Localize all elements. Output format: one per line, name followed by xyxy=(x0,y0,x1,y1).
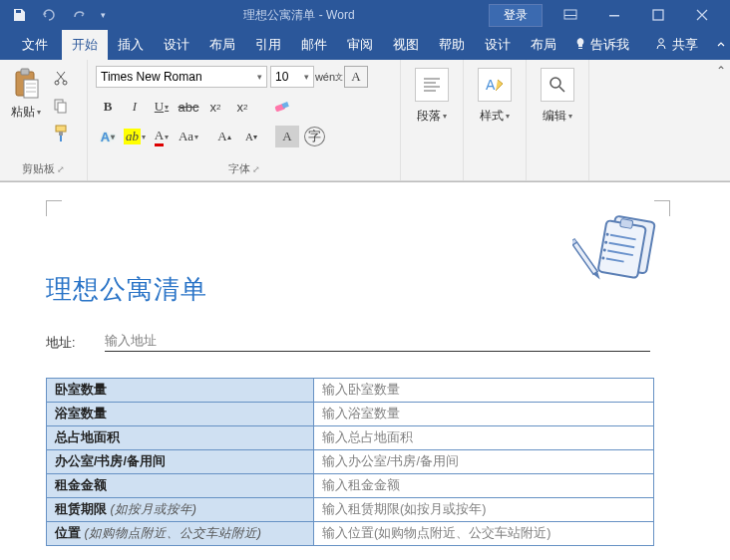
row-label[interactable]: 卧室数量 xyxy=(47,379,314,403)
address-field[interactable]: 输入地址 xyxy=(105,333,650,352)
strikethrough-button[interactable]: abc xyxy=(177,96,200,118)
tab-help[interactable]: 帮助 xyxy=(429,30,475,60)
redo-icon[interactable] xyxy=(66,3,92,27)
lightbulb-icon xyxy=(574,37,586,54)
row-value[interactable]: 输入办公室/书房/备用间 xyxy=(314,450,654,474)
row-label[interactable]: 浴室数量 xyxy=(47,403,314,426)
row-label[interactable]: 办公室/书房/备用间 xyxy=(47,450,314,474)
cut-icon[interactable] xyxy=(50,68,72,88)
underline-button[interactable]: U▾ xyxy=(150,96,174,118)
phonetic-guide-icon[interactable]: wén文 xyxy=(317,66,341,88)
font-size-selector[interactable]: 10▾ xyxy=(270,66,314,88)
row-label[interactable]: 总占地面积 xyxy=(47,426,314,450)
table-row: 位置 (如购物点附近、公交车站附近)输入位置(如购物点附近、公交车站附近) xyxy=(47,522,654,546)
row-label[interactable]: 租赁期限 (如按月或按年) xyxy=(47,498,314,522)
svg-rect-0 xyxy=(564,10,576,19)
address-label: 地址: xyxy=(46,335,75,352)
tab-file[interactable]: 文件 xyxy=(8,30,62,60)
table-row: 总占地面积输入总占地面积 xyxy=(47,426,654,450)
font-group-label: 字体 xyxy=(228,161,250,176)
row-label[interactable]: 租金金额 xyxy=(47,474,314,498)
table-row: 卧室数量输入卧室数量 xyxy=(47,379,654,403)
row-value[interactable]: 输入总占地面积 xyxy=(314,426,654,450)
tab-references[interactable]: 引用 xyxy=(245,30,291,60)
svg-point-4 xyxy=(659,38,664,43)
italic-button[interactable]: I xyxy=(123,96,147,118)
svg-rect-16 xyxy=(59,132,63,136)
tab-table-design[interactable]: 设计 xyxy=(475,30,521,60)
subscript-button[interactable]: x2 xyxy=(203,96,227,118)
tab-view[interactable]: 视图 xyxy=(383,30,429,60)
font-size-value: 10 xyxy=(275,70,288,84)
document-area[interactable]: 理想公寓清单 地址: 输入地址 卧室数量输入卧室数量 浴室数量输入浴室数量 总占… xyxy=(0,181,730,560)
font-name-selector[interactable]: Times New Roman▾ xyxy=(96,66,267,88)
copy-icon[interactable] xyxy=(50,96,72,116)
tab-design[interactable]: 设计 xyxy=(154,30,199,60)
paragraph-icon xyxy=(415,68,449,102)
table-row: 租赁期限 (如按月或按年)输入租赁期限(如按月或按年) xyxy=(47,498,654,522)
ribbon-options-icon[interactable] xyxy=(548,1,592,29)
share-label: 共享 xyxy=(672,36,698,54)
tab-insert[interactable]: 插入 xyxy=(108,30,154,60)
enclose-characters-icon[interactable]: 字 xyxy=(302,126,326,147)
login-button[interactable]: 登录 xyxy=(489,4,543,27)
superscript-button[interactable]: x2 xyxy=(230,96,254,118)
tell-me[interactable]: 告诉我 xyxy=(566,30,637,60)
tab-layout[interactable]: 布局 xyxy=(199,30,245,60)
maximize-icon[interactable] xyxy=(636,1,680,29)
collapse-ribbon-icon[interactable]: ⌃ xyxy=(716,64,726,78)
tab-mailings[interactable]: 邮件 xyxy=(291,30,337,60)
clear-formatting-icon[interactable] xyxy=(270,96,294,118)
editing-label: 编辑 xyxy=(543,108,566,125)
tab-table-layout[interactable]: 布局 xyxy=(521,30,566,60)
grow-font-icon[interactable]: A▴ xyxy=(212,126,236,147)
address-row: 地址: 输入地址 xyxy=(46,333,710,352)
styles-button[interactable]: A 样式▾ xyxy=(468,62,522,164)
clipboard-group-label: 剪贴板 xyxy=(22,161,55,176)
dialog-launcher-icon[interactable]: ⤢ xyxy=(57,164,65,174)
table-row: 租金金额输入租金金额 xyxy=(47,474,654,498)
font-color-icon[interactable]: A▾ xyxy=(150,126,174,147)
svg-text:A: A xyxy=(486,77,496,93)
character-border-icon[interactable]: A xyxy=(344,66,368,88)
row-value[interactable]: 输入浴室数量 xyxy=(314,403,654,426)
svg-rect-15 xyxy=(56,126,66,132)
highlight-icon[interactable]: ab▾ xyxy=(123,126,147,147)
row-value[interactable]: 输入位置(如购物点附近、公交车站附近) xyxy=(314,522,654,546)
row-value[interactable]: 输入卧室数量 xyxy=(314,379,654,403)
format-painter-icon[interactable] xyxy=(50,124,72,143)
change-case-icon[interactable]: Aa▾ xyxy=(177,126,200,147)
paste-label: 粘贴 xyxy=(11,104,35,121)
text-effects-icon[interactable]: A▾ xyxy=(96,126,120,147)
undo-icon[interactable] xyxy=(36,3,62,27)
dialog-launcher-icon[interactable]: ⤢ xyxy=(252,164,260,174)
tab-review[interactable]: 审阅 xyxy=(337,30,383,60)
svg-line-25 xyxy=(559,87,564,92)
svg-rect-14 xyxy=(58,103,66,113)
bold-button[interactable]: B xyxy=(96,96,120,118)
row-value[interactable]: 输入租金金额 xyxy=(314,474,654,498)
tab-home[interactable]: 开始 xyxy=(62,30,108,60)
minimize-icon[interactable] xyxy=(592,1,636,29)
styles-icon: A xyxy=(478,68,512,102)
share-button[interactable]: 共享 xyxy=(646,30,706,60)
svg-rect-2 xyxy=(609,15,619,17)
save-icon[interactable] xyxy=(6,3,32,27)
shrink-font-icon[interactable]: A▾ xyxy=(239,126,263,147)
close-icon[interactable] xyxy=(680,1,724,29)
row-label[interactable]: 位置 (如购物点附近、公交车站附近) xyxy=(47,522,314,546)
paste-button[interactable]: 粘贴▾ xyxy=(4,62,48,157)
collapse-ribbon-icon[interactable] xyxy=(712,30,730,60)
clipboard-clipart xyxy=(572,208,660,288)
svg-rect-6 xyxy=(21,69,29,75)
svg-rect-1 xyxy=(564,15,576,16)
group-editing: 编辑▾ xyxy=(527,60,589,180)
qat-dropdown-icon[interactable]: ▾ xyxy=(96,3,110,27)
svg-rect-28 xyxy=(620,219,633,229)
group-styles: A 样式▾ xyxy=(464,60,527,180)
character-shading-icon[interactable]: A xyxy=(275,126,299,147)
svg-rect-7 xyxy=(24,80,38,98)
paragraph-button[interactable]: 段落▾ xyxy=(405,62,459,164)
row-value[interactable]: 输入租赁期限(如按月或按年) xyxy=(314,498,654,522)
editing-button[interactable]: 编辑▾ xyxy=(531,62,584,164)
